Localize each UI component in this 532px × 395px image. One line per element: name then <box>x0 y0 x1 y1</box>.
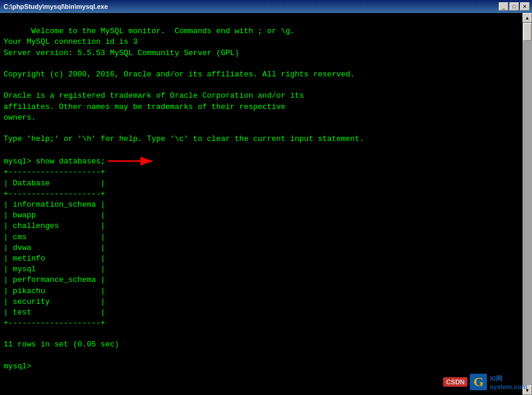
line-30: 11 rows in set (0.05 sec) <box>4 340 119 349</box>
window: C:\phpStudy\mysql\bin\mysql.exe _ □ ✕ ▲ … <box>0 0 532 395</box>
terminal-body: ▲ ▼ Welcome to the MySQL monitor. Comman… <box>0 13 532 395</box>
line-16: +--------------------+ <box>4 190 105 198</box>
maximize-button[interactable]: □ <box>509 2 519 11</box>
line-15: | Database | <box>4 179 105 188</box>
title-bar-controls: _ □ ✕ <box>499 2 530 11</box>
title-bar: C:\phpStudy\mysql\bin\mysql.exe _ □ ✕ <box>0 0 532 13</box>
watermark-g-letter: G <box>470 374 487 390</box>
line-13: mysql> show databases; <box>4 157 158 166</box>
line-9: owners. <box>4 113 36 122</box>
line-14: +--------------------+ <box>4 168 105 176</box>
terminal-output: Welcome to the MySQL monitor. Commands e… <box>4 15 528 383</box>
minimize-button[interactable]: _ <box>499 2 508 11</box>
scroll-track <box>523 23 532 386</box>
line-23: | mysql | <box>4 265 105 274</box>
line-22: | metinfo | <box>4 254 105 263</box>
line-3: Server version: 5.5.53 MySQL Community S… <box>4 49 239 57</box>
line-1: Welcome to the MySQL monitor. Commands e… <box>31 27 295 36</box>
scrollbar[interactable]: ▲ ▼ <box>523 13 532 395</box>
line-17: | information_schema | <box>4 200 105 209</box>
scroll-thumb[interactable] <box>523 23 531 41</box>
line-11: Type 'help;' or '\h' for help. Type '\c'… <box>4 134 364 143</box>
title-bar-text: C:\phpStudy\mysql\bin\mysql.exe <box>2 3 108 10</box>
line-8: affiliates. Other names may be trademark… <box>4 102 286 111</box>
line-26: | security | <box>4 297 105 306</box>
line-7: Oracle is a registered trademark of Orac… <box>4 91 304 100</box>
line-20: | cms | <box>4 233 105 242</box>
line-27: | test | <box>4 308 105 317</box>
close-button[interactable]: ✕ <box>520 2 530 11</box>
watermark-csdn: CSDN <box>443 377 467 387</box>
scroll-up-button[interactable]: ▲ <box>523 13 532 23</box>
watermark-site: XI网system.com <box>489 374 527 390</box>
line-18: | bwapp | <box>4 211 105 220</box>
line-24: | performance_schema | <box>4 275 105 284</box>
line-5: Copyright (c) 2000, 2016, Oracle and/or … <box>4 70 355 79</box>
watermark: CSDN G XI网system.com <box>443 374 527 390</box>
line-19: | challenges | <box>4 221 105 230</box>
line-32: mysql> <box>4 362 36 371</box>
line-28: +--------------------+ <box>4 319 105 327</box>
red-arrow-icon <box>108 155 158 167</box>
line-25: | pikachu | <box>4 287 105 296</box>
line-21: | dvwa | <box>4 243 105 252</box>
line-2: Your MySQL connection id is 3 <box>4 37 137 46</box>
